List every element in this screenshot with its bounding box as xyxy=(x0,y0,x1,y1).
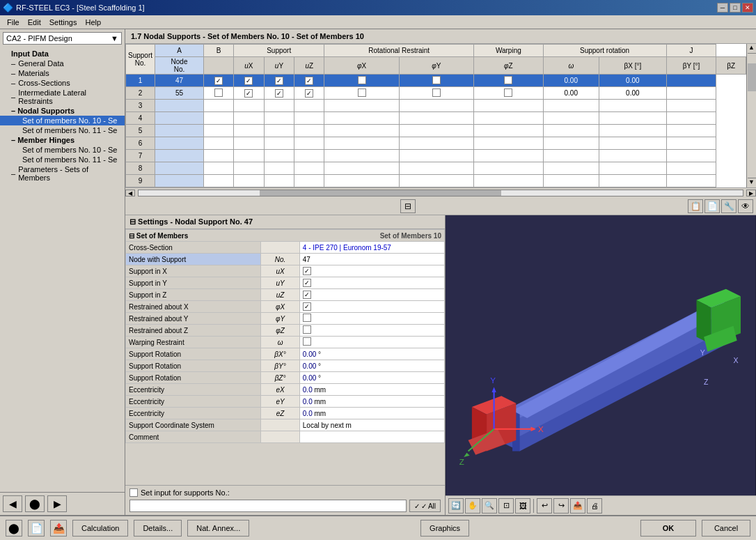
maximize-button[interactable]: □ xyxy=(730,3,741,13)
horizontal-scrollbar[interactable] xyxy=(138,190,743,196)
view-rotate-button[interactable]: 🔄 xyxy=(448,498,464,514)
close-button[interactable]: ✕ xyxy=(742,3,753,13)
toolbar-separator xyxy=(533,499,534,513)
app-icon: 🔷 xyxy=(3,3,13,13)
sidebar-item-hinges-set11[interactable]: Set of members No. 11 - Se xyxy=(0,155,125,164)
settings-row: Support Rotation βZ° 0.00 ° xyxy=(126,372,445,384)
beam-visualization: X Y Z X Y Z xyxy=(446,215,756,495)
table-row[interactable]: 2 55 0.00 0.00 xyxy=(126,87,746,100)
settings-row: Support Rotation βX° 0.00 ° xyxy=(126,348,445,360)
settings-row: Node with Support No. 47 xyxy=(126,254,445,265)
table-row[interactable]: 6 xyxy=(126,137,746,150)
calculation-button[interactable]: Calculation xyxy=(72,520,128,537)
table-settings-button[interactable]: 🔧 xyxy=(721,199,737,213)
scroll-left-button[interactable]: ◀ xyxy=(125,190,135,196)
col-support-group: Support xyxy=(234,45,324,57)
sidebar-item-nodal-set10[interactable]: Set of members No. 10 - Se xyxy=(0,116,125,125)
view-fit-button[interactable]: ⊡ xyxy=(498,498,514,514)
settings-panel: ⊟ Settings - Nodal Support No. 47 ⊟ Set … xyxy=(125,215,446,515)
table-row[interactable]: 8 xyxy=(126,162,746,175)
view-export-button[interactable]: 📤 xyxy=(570,498,585,514)
sidebar-item-parameters[interactable]: – Parameters - Sets of Members xyxy=(0,164,125,183)
settings-collapse-icon[interactable]: ⊟ xyxy=(129,217,136,226)
col-support-no: SupportNo. xyxy=(126,45,155,75)
cancel-button[interactable]: Cancel xyxy=(702,520,750,537)
table-container: SupportNo. A B Support Rotational Restra… xyxy=(125,44,756,215)
table-row[interactable]: 1 47 0.00 0.00 xyxy=(126,75,746,87)
view-redo-button[interactable]: ↪ xyxy=(553,498,569,514)
bottom-nav3[interactable]: 📤 xyxy=(50,520,67,537)
svg-text:Z: Z xyxy=(704,378,709,386)
table-copy-button[interactable]: 📄 xyxy=(704,199,720,213)
settings-row: Eccentricity eX 0.0 mm xyxy=(126,384,445,396)
sidebar-item-intermediate-lateral[interactable]: – Intermediate Lateral Restraints xyxy=(0,88,125,106)
table-row[interactable]: 4 xyxy=(126,112,746,125)
ok-button[interactable]: OK xyxy=(640,520,696,537)
table-row[interactable]: 5 xyxy=(126,125,746,137)
sidebar-item-cross-sections[interactable]: – Cross-Sections xyxy=(0,78,125,88)
settings-row: Support in X uX xyxy=(126,265,445,277)
view-print-button[interactable]: 🖨 xyxy=(587,498,602,514)
col-node-no: NodeNo. xyxy=(155,57,204,75)
nat-annex-button[interactable]: Nat. Annex... xyxy=(187,520,249,537)
settings-row: Cross-Section 4 - IPE 270 | Euronom 19-5… xyxy=(126,242,445,254)
view-undo-button[interactable]: ↩ xyxy=(537,498,552,514)
settings-row: Warping Restraint ω xyxy=(126,337,445,348)
table-row[interactable]: 7 xyxy=(126,150,746,162)
table-filter-button[interactable]: ⊟ xyxy=(400,199,416,213)
settings-row: Eccentricity eZ 0.0 mm xyxy=(126,408,445,419)
view-zoom-button[interactable]: 🔍 xyxy=(482,498,497,514)
viewer-canvas[interactable]: X Y Z X Y Z xyxy=(446,215,756,495)
viewer-toolbar: 🔄 ✋ 🔍 ⊡ 🖼 ↩ ↪ 📤 🖨 xyxy=(446,495,756,515)
settings-footer: Set input for supports No.: ✓ ✓ All xyxy=(125,485,445,515)
menu-edit[interactable]: Edit xyxy=(24,17,45,27)
sidebar-item-nodal-set11[interactable]: Set of members No. 11 - Se xyxy=(0,125,125,135)
col-phiz: φZ xyxy=(474,57,543,75)
support-numbers-input[interactable] xyxy=(129,500,407,512)
viewer-panel: X Y Z X Y Z 🔄 ✋ 🔍 xyxy=(446,215,756,515)
view-render-button[interactable]: 🖼 xyxy=(515,498,530,514)
menu-help[interactable]: Help xyxy=(81,17,105,27)
minimize-button[interactable]: ─ xyxy=(717,3,728,13)
title-bar: 🔷 RF-STEEL EC3 - [Steel Scaffolding 1] ─… xyxy=(0,0,756,15)
view-pan-button[interactable]: ✋ xyxy=(465,498,480,514)
title-text: RF-STEEL EC3 - [Steel Scaffolding 1] xyxy=(16,3,145,12)
vertical-scrollbar[interactable]: ▲ ▼ xyxy=(746,44,756,187)
col-rotational-group: Rotational Restraint xyxy=(324,45,474,57)
nav-forward-button[interactable]: ▶ xyxy=(47,495,67,512)
col-omega: ω xyxy=(543,57,599,75)
sidebar-item-hinges-set10[interactable]: Set of members No. 10 - Se xyxy=(0,145,125,155)
col-phix: φX xyxy=(324,57,399,75)
sidebar-item-general-data[interactable]: – General Data xyxy=(0,59,125,68)
set-input-checkbox[interactable] xyxy=(129,488,138,497)
main-table: SupportNo. A B Support Rotational Restra… xyxy=(125,44,746,187)
all-button[interactable]: ✓ ✓ All xyxy=(409,500,441,512)
col-ux: uX xyxy=(234,57,265,75)
col-support-rot-group: Support rotation xyxy=(543,45,666,57)
svg-text:X: X xyxy=(733,356,738,364)
sidebar-item-materials[interactable]: – Materials xyxy=(0,68,125,78)
bottom-nav1[interactable]: ⬤ xyxy=(6,520,22,537)
svg-text:Y: Y xyxy=(490,376,496,385)
col-warping-group: Warping xyxy=(474,45,543,57)
table-toolbar: ⊟ 📋 📄 🔧 👁 xyxy=(125,197,756,215)
table-export-button[interactable]: 📋 xyxy=(688,199,703,213)
settings-row: Restrained about X φX xyxy=(126,301,445,313)
nav-back-button[interactable]: ◀ xyxy=(3,495,22,512)
horizontal-scrollbar-area: ◀ ▶ xyxy=(125,187,756,197)
bottom-nav2[interactable]: 📄 xyxy=(28,520,45,537)
design-dropdown[interactable]: CA2 - PIFM Design ▼ xyxy=(3,32,122,45)
details-button[interactable]: Details... xyxy=(134,520,182,537)
scroll-right-button[interactable]: ▶ xyxy=(746,190,756,196)
settings-row: Restrained about Y φY xyxy=(126,313,445,325)
table-row[interactable]: 3 xyxy=(126,100,746,112)
nav-start-button[interactable]: ⬤ xyxy=(25,495,45,512)
table-row[interactable]: 9 xyxy=(126,175,746,187)
col-betay: βY [°] xyxy=(666,57,716,75)
graphics-button[interactable]: Graphics xyxy=(420,520,469,537)
sidebar-group-nodal-supports: – Nodal Supports xyxy=(0,106,125,116)
checkmark-icon: ✓ xyxy=(414,502,420,510)
table-view-button[interactable]: 👁 xyxy=(738,199,753,213)
menu-file[interactable]: File xyxy=(3,17,24,27)
menu-settings[interactable]: Settings xyxy=(45,17,81,27)
